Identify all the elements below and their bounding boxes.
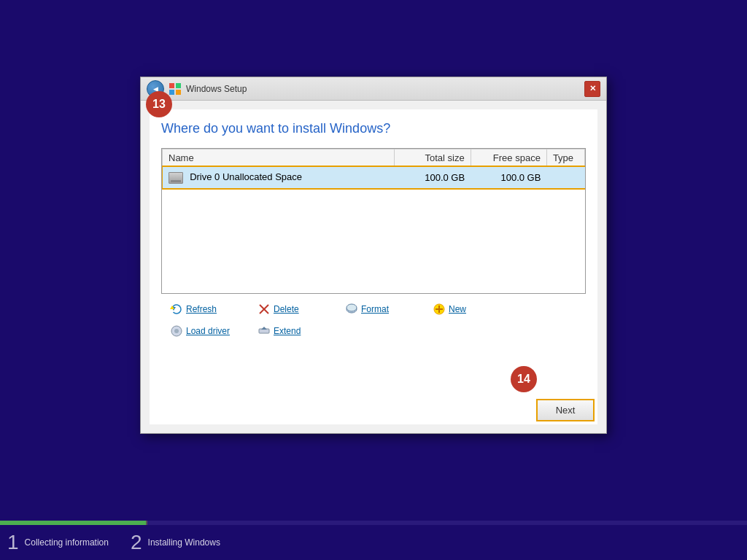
step-label-1: Collecting information [25,537,109,548]
next-button-container: Next [536,399,595,421]
new-button[interactable]: New [424,300,511,319]
delete-button[interactable]: Delete [249,300,336,319]
steps-row: 1 Collecting information 2 Installing Wi… [0,525,747,560]
step-number-2: 2 [131,531,142,554]
svg-point-9 [347,304,357,311]
progress-section: 1 Collecting information 2 Installing Wi… [0,521,747,560]
new-icon [433,303,446,316]
step-number-1: 1 [7,531,19,554]
col-header-name: Name [163,149,395,167]
close-button[interactable]: ✕ [584,81,600,97]
col-header-type: Type [546,149,584,167]
title-bar: Windows Setup ✕ [141,77,606,101]
svg-rect-0 [169,83,174,88]
svg-rect-1 [176,83,181,88]
svg-rect-3 [176,90,181,95]
refresh-button[interactable]: Refresh [161,300,249,319]
extend-button[interactable]: Extend [249,322,336,341]
step-badge-13: 13 [146,91,172,117]
delete-icon [258,303,271,316]
svg-point-14 [174,329,179,333]
format-button[interactable]: Format [336,300,424,319]
step-item-2: 2 Installing Windows [131,531,220,554]
drive-table-container: Name Total size Free space Type [161,148,586,294]
page-title: Where do you want to install Windows? [161,121,586,136]
step-badge-14: 14 [511,366,537,392]
col-header-free: Free space [471,149,546,167]
window-title: Windows Setup [186,84,580,94]
toolbar: Refresh Delete Format [161,300,586,341]
step-item-1: 1 Collecting information [7,531,109,554]
cell-total-size: 100.0 GB [395,167,471,188]
cell-type [546,167,584,188]
drive-icon [169,172,183,184]
extend-icon [258,324,271,338]
table-header-row: Name Total size Free space Type [163,149,585,167]
windows-setup-icon [169,82,182,96]
next-button[interactable]: Next [536,399,595,421]
col-header-size: Total size [395,149,471,167]
svg-rect-2 [169,90,174,95]
svg-marker-16 [261,327,267,330]
progress-bar-fill [0,521,146,525]
step-label-2: Installing Windows [148,537,220,548]
progress-divider [146,521,147,525]
format-icon [345,303,358,316]
table-row[interactable]: Drive 0 Unallocated Space 100.0 GB 100.0… [163,167,585,188]
drive-table: Name Total size Free space Type [162,149,585,188]
load-driver-icon [170,324,183,338]
cell-name: Drive 0 Unallocated Space [163,167,395,188]
dialog-window: Windows Setup ✕ Where do you want to ins… [140,77,607,434]
load-driver-button[interactable]: Load driver [161,322,249,341]
refresh-icon [170,303,183,316]
cell-free-space: 100.0 GB [471,167,546,188]
